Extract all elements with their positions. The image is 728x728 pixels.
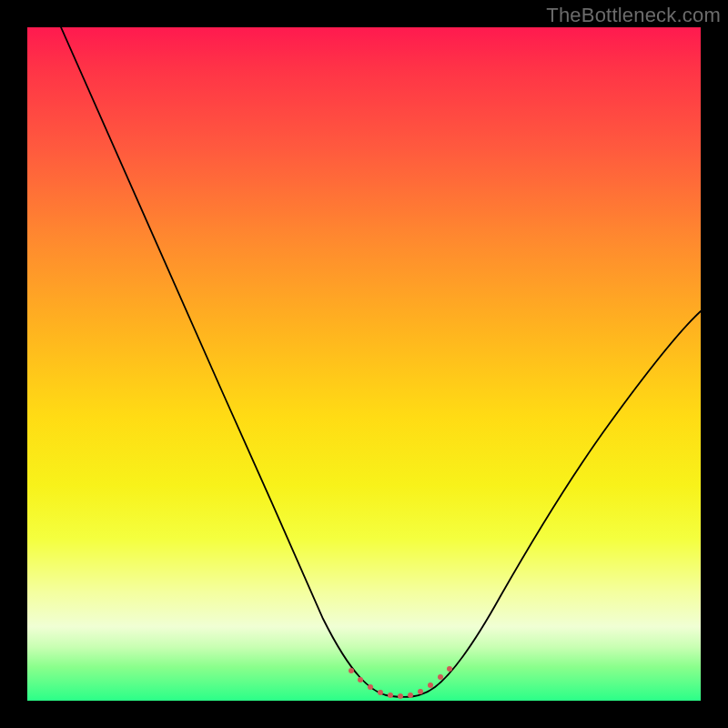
bottleneck-curve: [61, 27, 701, 697]
chart-svg: [27, 27, 701, 701]
watermark-text: TheBottleneck.com: [546, 4, 721, 27]
plot-area: [27, 27, 701, 701]
chart-frame: TheBottleneck.com: [0, 0, 728, 728]
